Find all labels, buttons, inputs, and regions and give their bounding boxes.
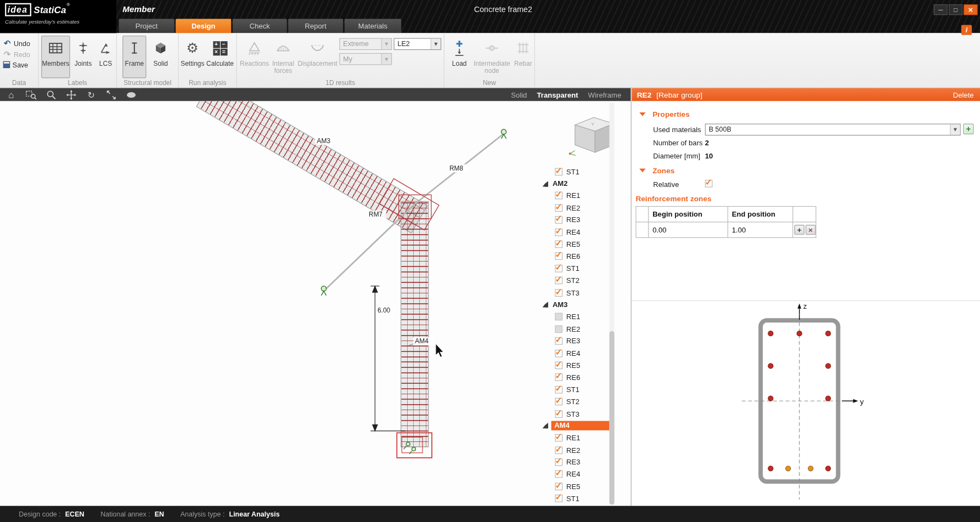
checkbox[interactable] <box>555 386 562 394</box>
delete-button[interactable]: Delete <box>953 91 974 99</box>
tree-item-re2[interactable]: RE2 <box>539 323 612 335</box>
tree-item-st2[interactable]: ST2 <box>539 275 612 287</box>
tree-scrollbar-thumb[interactable] <box>610 331 615 505</box>
tree-item-st1[interactable]: ST1 <box>539 383 612 395</box>
maximize-button[interactable]: □ <box>949 4 962 15</box>
end-position-cell[interactable]: 1.00 <box>728 222 793 237</box>
close-button[interactable]: × <box>964 4 977 15</box>
properties-section-header[interactable]: Properties <box>639 110 690 118</box>
tree-item-re2[interactable]: RE2 <box>539 444 612 456</box>
tree-item-re3[interactable]: RE3 <box>539 335 612 347</box>
tree-item-st3[interactable]: ST3 <box>539 287 612 299</box>
save-button[interactable]: Save <box>3 60 29 69</box>
internal-forces-button[interactable]: Internal forces <box>269 36 297 78</box>
checkbox[interactable] <box>555 458 562 466</box>
checkbox[interactable] <box>555 192 562 200</box>
tree-item-re3[interactable]: RE3 <box>539 214 612 226</box>
expander-icon[interactable] <box>543 302 548 308</box>
view-mode-transparent[interactable]: Transparent <box>537 91 578 99</box>
checkbox[interactable] <box>555 253 562 260</box>
checkbox[interactable] <box>555 361 562 369</box>
lcs-button[interactable]: LCS <box>96 36 115 78</box>
tree-item-re3[interactable]: RE3 <box>539 456 612 468</box>
tab-project[interactable]: Project <box>119 19 175 33</box>
checkbox[interactable] <box>555 325 562 333</box>
checkbox[interactable] <box>555 434 562 442</box>
tree-item-re4[interactable]: RE4 <box>539 226 612 238</box>
solid-button[interactable]: Solid <box>149 36 172 78</box>
view-mode-wireframe[interactable]: Wireframe <box>588 91 621 99</box>
undo-button[interactable]: Undo <box>3 39 30 48</box>
load-case-select[interactable]: LE2 <box>394 38 442 50</box>
collapse-icon[interactable] <box>639 112 645 116</box>
add-zone-button[interactable] <box>795 225 804 235</box>
frame-button[interactable]: Frame <box>122 36 146 78</box>
number-of-bars-value[interactable]: 2 <box>705 139 709 147</box>
clipping-plane-icon[interactable] <box>125 89 138 100</box>
tree-item-re1[interactable]: RE1 <box>539 432 612 444</box>
tree-item-re1[interactable]: RE1 <box>539 311 612 323</box>
add-material-button[interactable] <box>963 124 973 134</box>
used-materials-select[interactable]: B 500B <box>705 124 961 136</box>
tab-design[interactable]: Design <box>176 19 232 33</box>
collapse-icon[interactable] <box>639 169 645 173</box>
tree-item-st2[interactable]: ST2 <box>539 395 612 407</box>
checkbox[interactable] <box>555 289 562 297</box>
relative-checkbox[interactable] <box>705 180 713 188</box>
checkbox[interactable] <box>555 277 562 285</box>
checkbox[interactable] <box>555 204 562 212</box>
minimize-button[interactable]: ─ <box>934 4 948 15</box>
zoom-window-icon[interactable] <box>25 89 38 100</box>
checkbox[interactable] <box>555 168 562 175</box>
tree-item-re5[interactable]: RE5 <box>539 238 612 250</box>
tree-item-re6[interactable]: RE6 <box>539 371 612 383</box>
row-selector[interactable] <box>637 222 649 237</box>
tab-check[interactable]: Check <box>233 19 288 33</box>
home-view-icon[interactable] <box>5 89 18 100</box>
extreme-select[interactable]: Extreme <box>339 38 392 50</box>
view-mode-solid[interactable]: Solid <box>511 91 527 99</box>
checkbox[interactable] <box>555 483 562 490</box>
zoom-icon[interactable] <box>45 89 58 100</box>
calculate-button[interactable]: Calculate <box>206 36 234 78</box>
tree-item-st1[interactable]: ST1 <box>539 166 612 178</box>
tree-item-st1[interactable]: ST1 <box>539 263 612 275</box>
rotate-view-icon[interactable] <box>85 89 98 100</box>
tree-item-re6[interactable]: RE6 <box>539 250 612 262</box>
checkbox[interactable] <box>555 313 562 321</box>
begin-position-cell[interactable]: 0.00 <box>649 222 728 237</box>
checkbox[interactable] <box>555 216 562 224</box>
checkbox[interactable] <box>555 337 562 345</box>
pan-icon[interactable] <box>65 89 77 100</box>
tree-item-re2[interactable]: RE2 <box>539 202 612 214</box>
tab-materials[interactable]: Materials <box>345 19 402 33</box>
expander-icon[interactable] <box>543 423 548 429</box>
members-button[interactable]: Members <box>41 36 70 78</box>
tree-group-am2[interactable]: AM2 <box>539 178 612 190</box>
zones-section-header[interactable]: Zones <box>639 166 674 175</box>
load-button[interactable]: Load <box>448 36 471 78</box>
tree-item-re5[interactable]: RE5 <box>539 359 612 371</box>
displacement-button[interactable]: Displacement <box>298 36 337 78</box>
tree-item-re4[interactable]: RE4 <box>539 347 612 359</box>
model-viewport[interactable]: AM3 RM8 RM7 AM4 6.00 Y ST1AM2RE1RE2RE3RE… <box>0 101 631 506</box>
intermediate-node-button[interactable]: Intermediate node <box>472 36 512 78</box>
tab-report[interactable]: Report <box>288 19 343 33</box>
tree-item-re1[interactable]: RE1 <box>539 190 612 202</box>
checkbox[interactable] <box>555 241 562 248</box>
checkbox[interactable] <box>555 446 562 454</box>
settings-button[interactable]: Settings <box>181 36 204 78</box>
checkbox[interactable] <box>555 495 562 502</box>
tree-item-st1[interactable]: ST1 <box>539 492 612 504</box>
checkbox[interactable] <box>555 398 562 406</box>
tree-group-am4[interactable]: AM4 <box>539 420 612 432</box>
tree-group-am3[interactable]: AM3 <box>539 299 612 311</box>
checkbox[interactable] <box>555 374 562 382</box>
info-button[interactable]: i <box>961 25 972 35</box>
zoom-fit-icon[interactable] <box>105 89 117 100</box>
checkbox[interactable] <box>555 470 562 478</box>
joints-button[interactable]: Joints <box>71 36 95 78</box>
tree-item-re4[interactable]: RE4 <box>539 468 612 480</box>
checkbox[interactable] <box>555 265 562 273</box>
checkbox[interactable] <box>555 349 562 357</box>
